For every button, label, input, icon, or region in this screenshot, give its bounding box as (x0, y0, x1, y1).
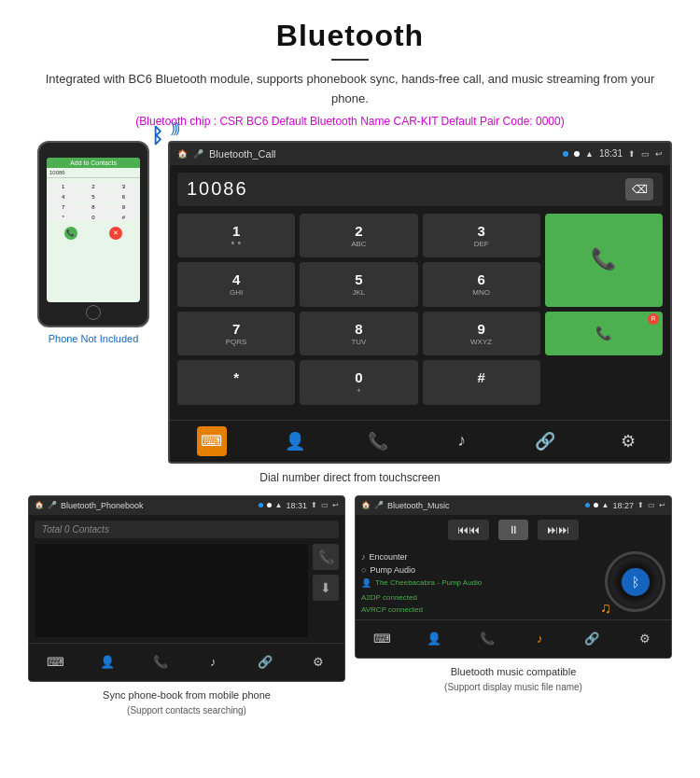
dialer-bottom-nav: ⌨ 👤 📞 ♪ 🔗 ⚙ (170, 420, 670, 462)
key-hash[interactable]: # (423, 360, 540, 405)
pb-link-icon[interactable]: 🔗 (250, 647, 280, 677)
ms-signal-icon: ▲ (602, 501, 609, 509)
phonebook-time: 18:31 (286, 501, 307, 510)
key-1[interactable]: 1⚬⚬ (177, 214, 295, 258)
link-nav-icon[interactable]: 🔗 (530, 426, 560, 456)
key-8[interactable]: 8TUV (300, 312, 417, 356)
description-text: Integrated with BC6 Bluetooth module, su… (28, 70, 672, 109)
phone-key-4: 4 (49, 192, 77, 201)
bluetooth-icon-area: ᛒ ))) (151, 124, 163, 148)
contacts-nav-icon[interactable]: 👤 (280, 426, 310, 456)
signal-waves-icon: ))) (171, 120, 178, 135)
key-6[interactable]: 6MNO (423, 262, 540, 307)
pb-back-icon: ↩ (332, 501, 339, 509)
track-3-name: The Cheebacabra - Pump Audio (375, 578, 482, 587)
phone-key-1: 1 (49, 182, 77, 191)
pause-button[interactable]: ⏸ (498, 520, 528, 540)
contacts-list (35, 544, 308, 637)
phone-key-2: 2 (78, 182, 107, 191)
music-container: 🏠 🎤 Bluetooth_Music ▲ 18:27 ⬆ ▭ ↩ ⏮⏮ ⏸ ⏭… (355, 495, 672, 718)
bt-dot-icon (563, 151, 568, 157)
next-button[interactable]: ⏭⏭ (538, 520, 579, 540)
mic-icon: 🎤 (193, 149, 203, 159)
dialer-time: 18:31 (599, 148, 623, 159)
a2dp-connected-text: A2DP connected (361, 593, 599, 602)
dialer-number-display: 10086 (187, 178, 618, 200)
keypad-grid: 1⚬⚬ 2ABC 3DEF 📞 4GHI 5JKL (177, 214, 663, 405)
phone-nav-icon[interactable]: 📞 (363, 426, 393, 456)
music-controls: ⏮⏮ ⏸ ⏭⏭ (356, 515, 671, 545)
ms-contacts-icon[interactable]: 👤 (419, 624, 449, 654)
phone-end-button: ✕ (109, 227, 122, 240)
music-content-area: ♪ Encounter ○ Pump Audio 👤 The Cheebacab… (356, 545, 671, 619)
settings-nav-icon[interactable]: ⚙ (613, 426, 643, 456)
prev-button[interactable]: ⏮⏮ (448, 520, 489, 540)
ms-home-icon: 🏠 (361, 501, 371, 509)
phone-screen: Add to Contacts 10086 1 2 3 4 5 6 7 8 9 (47, 158, 140, 302)
pb-window-icon: ▭ (321, 501, 329, 509)
ms-music-icon[interactable]: ♪ (525, 624, 554, 654)
pb-dialpad-icon[interactable]: ⌨ (40, 647, 70, 677)
signal-icon: ▲ (585, 149, 594, 159)
music-topbar: 🏠 🎤 Bluetooth_Music ▲ 18:27 ⬆ ▭ ↩ (356, 496, 671, 515)
ms-back-icon: ↩ (659, 501, 665, 509)
key-4[interactable]: 4GHI (177, 262, 295, 307)
phone-key-0: 0 (78, 213, 107, 222)
ms-settings-icon[interactable]: ⚙ (630, 624, 660, 654)
phone-key-8: 8 (78, 202, 107, 212)
ms-expand-icon: ⬆ (637, 501, 644, 509)
track-3-icon: 👤 (361, 578, 371, 588)
ms-bt-dot (585, 503, 590, 507)
key-star[interactable]: * (177, 360, 295, 405)
phonebook-caption-line1: Sync phone-book from mobile phone (103, 689, 271, 701)
track-2-name: Pump Audio (370, 565, 415, 575)
pb-phone-icon[interactable]: 📞 (146, 647, 175, 677)
phonebook-content: Total 0 Contacts 📞 ⬇ (29, 515, 344, 643)
pb-home-icon: 🏠 (35, 501, 44, 509)
ms-phone-icon[interactable]: 📞 (472, 624, 502, 654)
ms-dialpad-icon[interactable]: ⌨ (367, 624, 397, 654)
track-3: 👤 The Cheebacabra - Pump Audio (361, 577, 599, 590)
music-caption: Bluetooth music compatible (Support disp… (355, 664, 672, 695)
phone-number-display: 10086 (47, 168, 140, 178)
dialpad-nav-icon[interactable]: ⌨ (197, 426, 227, 456)
phone-with-bt: Add to Contacts 10086 1 2 3 4 5 6 7 8 9 (37, 141, 149, 327)
pb-settings-icon[interactable]: ⚙ (303, 647, 333, 677)
pb-music-icon[interactable]: ♪ (198, 647, 228, 677)
music-track-list: ♪ Encounter ○ Pump Audio 👤 The Cheebacab… (361, 550, 599, 614)
ms-mic-icon: 🎤 (374, 501, 384, 509)
home-icon: 🏠 (177, 149, 188, 159)
key-3[interactable]: 3DEF (423, 214, 540, 258)
phonebook-container: 🏠 🎤 Bluetooth_Phonebook ▲ 18:31 ⬆ ▭ ↩ To… (28, 495, 345, 718)
avrcp-connected-text: AVRCP connected (361, 605, 599, 614)
phonebook-title: Bluetooth_Phonebook (61, 501, 255, 510)
pb-wifi-dot (267, 503, 272, 507)
contacts-search-field[interactable]: Total 0 Contacts (35, 521, 339, 538)
answer-call-button[interactable]: 📞 R (545, 312, 663, 356)
call-button[interactable]: 📞 (545, 214, 663, 307)
dial-caption: Dial number direct from touchscreen (28, 471, 672, 484)
music-nav-icon[interactable]: ♪ (447, 426, 477, 456)
key-0[interactable]: 0+ (300, 360, 417, 405)
dialer-input-row: 10086 ⌫ (177, 173, 663, 206)
window-icon: ▭ (641, 149, 650, 159)
key-9[interactable]: 9WXYZ (423, 312, 540, 356)
ms-wifi-dot (594, 503, 598, 507)
download-contacts-button[interactable]: ⬇ (313, 575, 339, 601)
phone-key-7: 7 (49, 202, 77, 212)
phonebook-main-area: 📞 ⬇ (35, 544, 339, 637)
music-title: Bluetooth_Music (387, 501, 581, 510)
bluetooth-vinyl-icon: ᛒ (622, 568, 650, 596)
key-7[interactable]: 7PQRS (177, 312, 295, 356)
ms-link-icon[interactable]: 🔗 (577, 624, 607, 654)
pb-mic-icon: 🎤 (48, 501, 57, 509)
music-screen: 🏠 🎤 Bluetooth_Music ▲ 18:27 ⬆ ▭ ↩ ⏮⏮ ⏸ ⏭… (355, 495, 672, 659)
pb-contacts-icon[interactable]: 👤 (92, 647, 122, 677)
backspace-button[interactable]: ⌫ (625, 178, 653, 201)
title-section: Bluetooth (28, 19, 672, 61)
phonebook-topbar: 🏠 🎤 Bluetooth_Phonebook ▲ 18:31 ⬆ ▭ ↩ (29, 496, 344, 515)
key-2[interactable]: 2ABC (300, 214, 417, 258)
expand-icon: ⬆ (628, 149, 636, 159)
call-contact-button[interactable]: 📞 (313, 544, 339, 570)
key-5[interactable]: 5JKL (300, 262, 417, 307)
